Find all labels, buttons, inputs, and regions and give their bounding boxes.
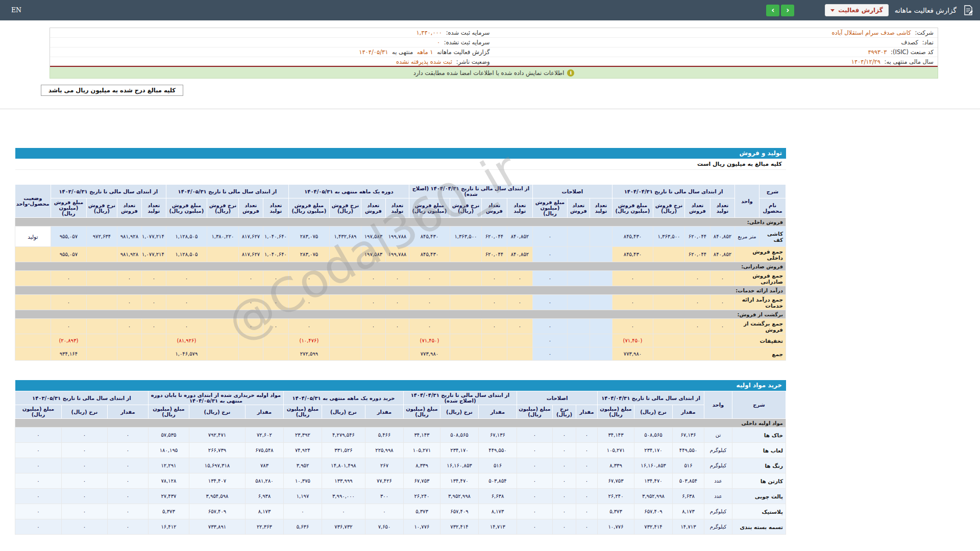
cell <box>450 271 481 286</box>
cell <box>567 347 590 361</box>
cell: (۲۰,۸۹۳) <box>51 334 86 347</box>
report-type-button[interactable]: گزارش فعالیت <box>825 4 888 16</box>
issuer-status-label: وضعیت ناشر: <box>456 58 490 65</box>
cell: ۰ <box>51 271 86 286</box>
status-cell: تولید <box>15 227 51 247</box>
cell: ۱۳۴,۴۷۰ <box>634 473 673 489</box>
language-switch-link[interactable]: EN <box>11 6 21 14</box>
cell <box>567 271 590 286</box>
cell: ۱,۰۷۷,۲۱۴ <box>141 227 166 247</box>
table-row: تخفیفات(۷۱,۴۵۰)۰(۷۱,۴۵۰)(۱۰,۴۷۶)(۸۱,۹۲۶)… <box>15 334 786 347</box>
section-cell: فروش داخلی: <box>15 218 786 227</box>
registered-capital-value: ۱,۴۴۰,۰۰۰ <box>416 29 442 36</box>
prev-report-button[interactable]: › <box>766 5 779 16</box>
cell: ۰ <box>166 295 207 310</box>
cell: ۱۳۴,۴۰۷ <box>189 473 245 489</box>
cell: ۱,۱۹۷ <box>283 489 322 504</box>
row-label: کارتن ها <box>732 473 786 489</box>
row-label: تسمه بسته بندی <box>732 519 786 535</box>
cell: ۲۳,۳۹۲ <box>283 428 322 443</box>
section-cell: برگشت از فروش: <box>15 310 786 319</box>
table-row: جمع فروش صادراتی۰۰۰۰۰۰۰۰۰۰۰۰۰۰۰۰ <box>15 271 786 286</box>
cell: ۲۸۳,۰۷۵ <box>288 247 329 262</box>
company-info-box: شرکت: کاشی صدف سرام استقلال آباده سرمایه… <box>50 28 938 67</box>
cell: ۱۳۳,۹۹۹ <box>322 473 365 489</box>
cell: ۵۸۱,۲۸۰ <box>245 473 283 489</box>
column-header: تعداد فروش <box>117 198 141 218</box>
cell: ۰ <box>532 319 567 334</box>
cell: ۰ <box>238 271 263 286</box>
table-row: لعاب هاکیلوگرم۴۴۹,۵۵۰۲۳۴,۱۷۰۱۰۵,۲۷۱۰۰۰۴۴… <box>15 443 786 458</box>
cell: ۰ <box>710 295 735 310</box>
cell: ۷۷۳,۹۸۰ <box>409 347 450 361</box>
column-header: تعداد تولید <box>590 198 612 218</box>
section-label: فروش صادراتی: <box>741 264 784 269</box>
cell: ۸۴۰,۸۵۲ <box>710 247 735 262</box>
raw-materials-table: شرحواحداز ابتدای سال مالی تا تاریخ ۱۴۰۴/… <box>15 391 786 535</box>
cell: ۴,۲۷۹,۵۴۶ <box>322 428 365 443</box>
cell: ۰ <box>552 458 576 473</box>
cell <box>385 334 409 347</box>
cell: ۰ <box>322 504 365 519</box>
report-period-cell: گزارش فعالیت ماهانه ۱ ماهه منتهی به ۱۴۰۴… <box>50 48 494 56</box>
next-report-button[interactable]: ‹ <box>781 5 794 16</box>
column-header: وضعیت محصول-واحد <box>15 185 51 218</box>
cell <box>329 319 361 334</box>
fiscal-year-value: ۱۴۰۴/۱۲/۲۹ <box>851 58 880 65</box>
column-group-header: از ابتدای سال مالی تا تاریخ ۱۴۰۴/۰۵/۳۱ <box>166 185 288 198</box>
cell: ۰ <box>141 271 166 286</box>
cell: ۰ <box>61 443 107 458</box>
column-header: مقدار <box>245 405 283 419</box>
cell <box>590 295 612 310</box>
cell: ۱,۱۲۸,۵۰۵ <box>166 247 207 262</box>
cell: ۸۴۵,۴۳۰ <box>612 227 653 247</box>
cell: ۶,۶۳۸ <box>478 489 517 504</box>
cell: (۷۱,۴۵۰) <box>612 334 653 347</box>
cell: ۰ <box>517 428 552 443</box>
column-header: مبلغ فروش (میلیون ریال) <box>166 198 207 218</box>
cell <box>329 247 361 262</box>
header-row: نماد: کصدف سرمایه ثبت نشده: ۰ <box>50 38 938 47</box>
cell: ۱۰۵,۲۷۱ <box>403 443 440 458</box>
cell: ۱,۰۴۶,۵۷۹ <box>166 347 207 361</box>
cell <box>653 271 685 286</box>
cell: ۰ <box>15 473 61 489</box>
cell <box>329 334 361 347</box>
cell: (۸۱,۹۲۶) <box>166 334 207 347</box>
cell: ۰ <box>117 295 141 310</box>
cell: ۹۸۱,۹۲۸ <box>117 227 141 247</box>
cell: ۱,۰۷۷,۲۱۴ <box>141 247 166 262</box>
cell: ۱,۳۶۳,۵۰۰ <box>653 227 685 247</box>
column-header: واحد <box>704 391 732 419</box>
table-row: پلاستیککیلوگرم۸,۱۷۳۶۵۷,۴۰۹۵,۳۷۳۰۰۰۸,۱۷۳۶… <box>15 504 786 519</box>
cell <box>263 334 288 347</box>
column-header: مبلغ فروش (میلیون ریال) <box>288 198 329 218</box>
column-header: نرخ فروش (ریال) <box>329 198 361 218</box>
cell <box>207 271 238 286</box>
table-row: جمع درآمد ارائه خدمات۰۰۰۰۰۰۰۰۰۰۰۰۰۰۰۰ <box>15 295 786 310</box>
cell: ۲۸۳,۰۷۵ <box>288 227 329 247</box>
cell: ۵۰۸,۵۶۵ <box>634 428 673 443</box>
column-group-header: از ابتدای سال مالی تا تاریخ ۱۴۰۳/۰۵/۳۱ <box>51 185 166 198</box>
cell: ۶,۹۳۸ <box>245 489 283 504</box>
cell: ۰ <box>576 443 597 458</box>
symbol-label: نماد: <box>922 39 934 46</box>
report-type-label: گزارش فعالیت <box>838 7 883 14</box>
cell: ۱۰,۷۷۶ <box>403 519 440 535</box>
header-row: شرکت: کاشی صدف سرام استقلال آباده سرمایه… <box>50 28 938 38</box>
unregistered-capital-cell: سرمایه ثبت نشده: ۰ <box>50 39 494 46</box>
section-cell: مواد اولیه داخلی <box>15 419 786 428</box>
cell <box>385 347 409 361</box>
cell: ۰ <box>532 247 567 262</box>
cell: ۰ <box>576 473 597 489</box>
column-header: مبلغ (میلیون ریال) <box>283 405 322 419</box>
column-header: نرخ (ریال) <box>322 405 365 419</box>
status-cell <box>15 347 51 361</box>
cell <box>207 319 238 334</box>
cell: ۳۴,۱۴۳ <box>597 428 634 443</box>
cell: ۰ <box>517 473 552 489</box>
section-label: برگشت از فروش: <box>738 312 784 317</box>
cell: ۱۴,۷۱۳ <box>673 519 704 535</box>
cell: ۰ <box>517 443 552 458</box>
sales-section-title: تولید و فروش <box>15 148 786 159</box>
